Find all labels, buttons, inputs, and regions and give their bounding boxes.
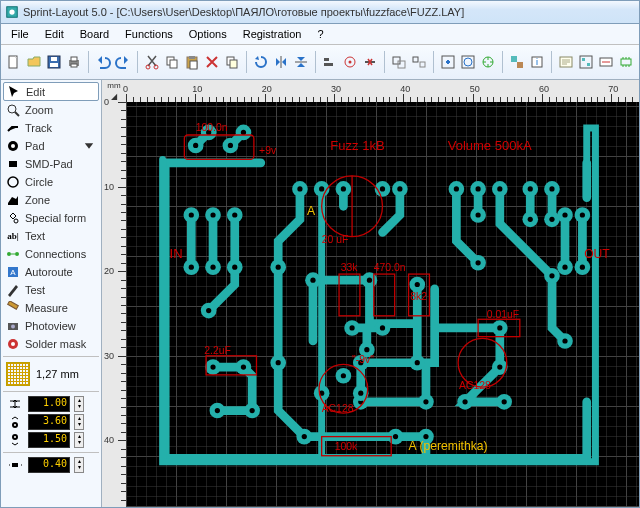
duplicate-button[interactable] [223,49,241,75]
tool-text[interactable]: ab| Text [3,227,99,245]
menu-file[interactable]: File [5,26,35,42]
copy-button[interactable] [163,49,181,75]
print-button[interactable] [65,49,83,75]
svg-rect-12 [170,60,177,68]
smd-size-setting[interactable]: 0.40 ▴▾ [3,456,99,474]
pad-icon [6,139,20,153]
menu-help[interactable]: ? [311,26,329,42]
tool-connections[interactable]: Connections [3,245,99,263]
ungroup-button[interactable] [410,49,428,75]
menu-edit[interactable]: Edit [39,26,70,42]
svg-point-109 [276,265,281,270]
pcb-canvas[interactable]: 100.0n +9v Fuzz 1kB Volume 500kA A 20 uF… [126,102,639,507]
tool-circle[interactable]: Circle [3,173,99,191]
menu-board[interactable]: Board [74,26,115,42]
pad-outer-setting[interactable]: 3.60 ▴▾ [3,413,99,431]
svg-point-141 [423,399,428,404]
info-button[interactable]: i [528,49,546,75]
tool-track[interactable]: Track [3,119,99,137]
save-button[interactable] [45,49,63,75]
redo-button[interactable] [114,49,132,75]
tool-special[interactable]: Special form [3,209,99,227]
align-button[interactable] [321,49,339,75]
track-width-value[interactable]: 1.00 [28,396,70,412]
pad-inner-setting[interactable]: 1.50 ▴▾ [3,431,99,449]
scanned-button[interactable] [557,49,575,75]
tool-measure[interactable]: Measure [3,299,99,317]
label-minus9v: "-9v" [352,354,374,365]
repaint-button[interactable] [479,49,497,75]
mirror-v-button[interactable] [292,49,310,75]
title-prefix: Sprint-Layout 5.0 - [ [23,6,120,18]
spin4[interactable]: ▴▾ [74,457,84,473]
svg-rect-31 [517,62,523,68]
spin3[interactable]: ▴▾ [74,432,84,448]
svg-rect-4 [50,63,58,67]
tool-autoroute[interactable]: A Autoroute [3,263,99,281]
solder-icon [6,337,20,351]
pad-outer-value[interactable]: 3.60 [28,414,70,430]
camera-icon [6,319,20,333]
mirror-h-button[interactable] [272,49,290,75]
svg-rect-5 [51,57,57,61]
label-22uf: 2.2uF [204,345,231,356]
track-width-setting[interactable]: 1.00 ▴▾ [3,395,99,413]
remove-conn-button[interactable] [361,49,379,75]
drc-button[interactable] [597,49,615,75]
snap-button[interactable] [341,49,359,75]
transparent-button[interactable] [508,49,526,75]
new-button[interactable] [5,49,23,75]
tool-zoom[interactable]: Zoom [3,101,99,119]
cut-button[interactable] [143,49,161,75]
macro-button[interactable] [577,49,595,75]
undo-button[interactable] [94,49,112,75]
svg-point-85 [341,186,346,191]
menu-registration[interactable]: Registration [237,26,308,42]
spin2[interactable]: ▴▾ [74,414,84,430]
svg-point-75 [189,265,194,270]
zone-icon [6,193,20,207]
tool-test[interactable]: Test [3,281,99,299]
svg-point-101 [562,212,567,217]
tool-zone-label: Zone [25,194,50,206]
pad-inner-value[interactable]: 1.50 [28,432,70,448]
tool-pad-label: Pad [25,140,45,152]
tool-solder[interactable]: Solder mask [3,335,99,353]
ruler-vertical[interactable]: 01020304050 [102,102,127,507]
tool-zone[interactable]: Zone [3,191,99,209]
delete-button[interactable] [203,49,221,75]
track-width-icon [6,397,24,411]
label-8k2: 8k2 [410,291,427,302]
svg-point-135 [415,360,420,365]
zoom-fit-button[interactable] [439,49,457,75]
svg-point-119 [364,347,369,352]
tool-smd[interactable]: SMD-Pad [3,155,99,173]
open-button[interactable] [25,49,43,75]
menu-functions[interactable]: Functions [119,26,179,42]
test-icon [6,283,20,297]
tool-test-label: Test [25,284,45,296]
menu-options[interactable]: Options [183,26,233,42]
dropdown-icon[interactable] [82,139,96,153]
grid-setting[interactable]: 1,27 mm [3,360,99,388]
tool-edit[interactable]: Edit [3,82,99,101]
group-button[interactable] [390,49,408,75]
svg-point-153 [462,399,467,404]
tool-pad[interactable]: Pad [3,137,99,155]
svg-point-52 [11,325,15,329]
ruler-horizontal[interactable]: 010203040506070 [126,80,639,103]
rotate-button[interactable] [252,49,270,75]
components-button[interactable] [617,49,635,75]
svg-point-155 [502,399,507,404]
svg-point-147 [562,338,567,343]
smd-size-value[interactable]: 0.40 [28,457,70,473]
special-icon [6,211,20,225]
svg-point-58 [14,436,16,438]
toolbar: i [1,45,639,80]
label-ac128b: AC128 [459,380,491,391]
svg-point-171 [528,217,533,222]
paste-button[interactable] [183,49,201,75]
spin1[interactable]: ▴▾ [74,396,84,412]
zoom-all-button[interactable] [459,49,477,75]
tool-photoview[interactable]: Photoview [3,317,99,335]
